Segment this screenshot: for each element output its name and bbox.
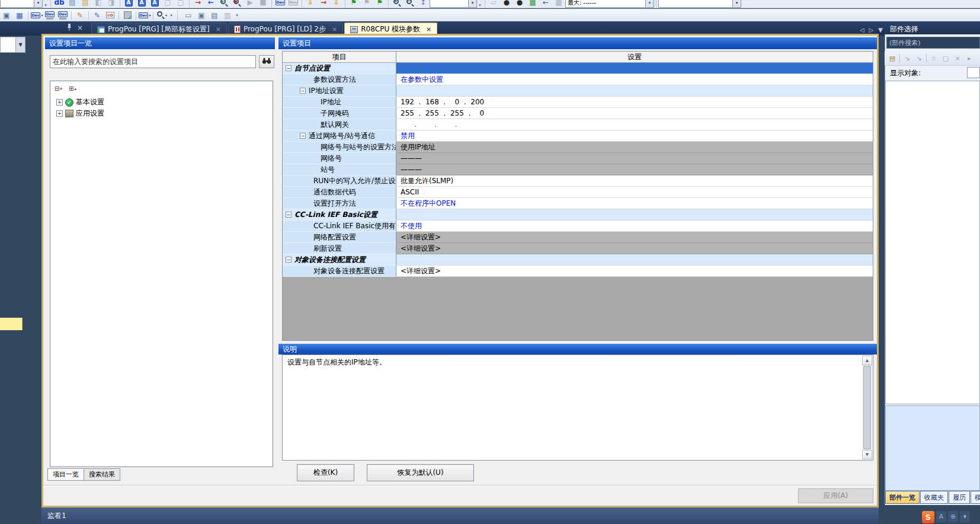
collapse-box-icon[interactable]: − [286, 257, 292, 263]
left-panel-tab-1[interactable]: 项目一览 [47, 468, 84, 481]
jump-forward-red-icon[interactable]: → [191, 0, 204, 8]
page-disabled-icon[interactable]: ▱ [487, 0, 500, 8]
tree-expand-icon[interactable]: + [56, 99, 63, 106]
jump-back-blue-icon[interactable]: ← [204, 0, 217, 8]
window-disabled2-icon[interactable]: ▢ [174, 0, 187, 8]
setting-value-cell[interactable] [396, 254, 873, 266]
device-storage-icon[interactable]: Dev [56, 10, 69, 21]
tab-menu-icon[interactable]: ▼ [878, 27, 883, 33]
setting-item-label[interactable]: 刷新设置 [283, 243, 396, 254]
setting-item-label[interactable]: 网络配置设置 [283, 232, 396, 243]
folder-new-icon[interactable]: ▢ [940, 53, 952, 63]
collapse-box-icon[interactable]: − [300, 133, 306, 139]
collapse-box-icon[interactable]: − [286, 212, 292, 218]
check-button[interactable]: 检查(K) [297, 464, 354, 481]
prev-window-icon[interactable]: ◧ [92, 0, 105, 8]
parts-tab-1[interactable]: 部件一览 [885, 491, 920, 504]
setting-item-label[interactable]: 参数设置方法 [283, 74, 396, 85]
watch-window-icon[interactable]: ▦ [13, 10, 26, 21]
paste-parts-dropdown-icon[interactable]: ↘ [901, 53, 913, 63]
setting-item-label[interactable]: 网络号与站号的设置方法 [283, 142, 396, 153]
toolbar-overflow-2[interactable]: ▾ [477, 3, 483, 8]
partial-icon[interactable]: ▸ [963, 53, 975, 63]
setting-value-cell[interactable]: 192 . 168 . 0 . 200 [396, 97, 873, 108]
zoom-in-icon[interactable]: + [390, 0, 403, 8]
setting-item-label[interactable]: −CC-Link IEF Basic设置 [283, 209, 396, 221]
close-pane-icon[interactable]: × [77, 24, 83, 32]
parts-display-icon[interactable]: ▤ [886, 53, 898, 63]
dev-badge-disabled-icon[interactable]: Dev [287, 0, 300, 8]
watch-max-combo[interactable]: 最大: ------▾ [565, 0, 654, 8]
favorites-add-icon[interactable]: ☆ [928, 53, 940, 63]
search-disabled2-icon[interactable]: ■ [257, 0, 270, 8]
parts-tab-2[interactable]: 收藏夹 [920, 491, 948, 504]
device-memory-icon[interactable]: Dev [43, 10, 56, 21]
tree-item-2[interactable]: +应用设置 [50, 108, 273, 119]
display-target-dropdown[interactable] [967, 67, 980, 78]
record-stop2-icon[interactable]: ● [513, 0, 526, 8]
setting-item-label[interactable]: 设置打开方法 [283, 198, 396, 209]
grid-disabled-icon[interactable]: ▦ [552, 0, 565, 8]
zoom-fit-icon[interactable]: ↕ [417, 0, 430, 8]
ime-symbol-icon[interactable]: ⊕ [948, 511, 958, 522]
setting-value-cell[interactable]: ——— [396, 153, 873, 164]
tab-close-icon[interactable]: × [426, 25, 431, 33]
device-find-dropdown-icon[interactable]: ▾ [155, 10, 168, 21]
back-blue-icon[interactable]: ← [539, 0, 552, 8]
sogou-logo[interactable]: S [922, 511, 934, 523]
collapse-box-icon[interactable]: − [300, 88, 306, 94]
statement-list-icon[interactable]: ▤ [208, 10, 221, 21]
toolbar-combo-4[interactable]: ▾ [658, 0, 741, 8]
setting-value-cell[interactable]: <详细设置> [396, 232, 873, 243]
setting-value-cell[interactable] [396, 63, 873, 74]
tab-scroll-left-icon[interactable]: ◁ [860, 27, 864, 33]
setting-item-label[interactable]: 网络号 [283, 153, 396, 164]
setting-value-cell[interactable]: 在参数中设置 [396, 74, 873, 85]
flag-disabled-icon[interactable]: ⚑ [360, 0, 373, 8]
paste-cancel-icon[interactable]: ↘ [913, 53, 925, 63]
delete-icon[interactable]: × [952, 53, 963, 63]
collapse-all-icon[interactable]: ⊟▾ [54, 84, 65, 93]
chevron-down-icon[interactable]: ▼ [15, 37, 25, 52]
chevron-down-icon[interactable]: ▾ [468, 0, 476, 7]
setting-item-label[interactable]: RUN中的写入允许/禁止设置 [283, 175, 396, 187]
toolbar-overflow-4[interactable]: ▾ [234, 13, 240, 18]
setting-value-cell[interactable]: 255 . 255 . 255 . 0 [396, 108, 873, 119]
setting-value-cell[interactable] [396, 85, 873, 97]
setting-item-label[interactable]: 通信数据代码 [283, 187, 396, 198]
scrollbar-thumb[interactable] [863, 366, 871, 449]
ime-mode-icon[interactable]: A [936, 511, 946, 522]
search-input[interactable] [50, 55, 256, 68]
transfer-red-icon[interactable]: → [317, 0, 330, 8]
zoom-out-icon[interactable]: − [403, 0, 417, 8]
device-comment-dropdown-icon[interactable]: Dev▾ [30, 10, 43, 21]
setting-value-cell[interactable]: 不使用 [396, 221, 873, 232]
search-button[interactable] [259, 55, 274, 68]
tab-scroll-right-icon[interactable]: ▷ [869, 27, 874, 33]
zoom-ratio-combo[interactable]: ▾ [430, 0, 477, 8]
setting-value-cell[interactable]: 禁用 [396, 130, 873, 142]
setting-value-cell[interactable]: 使用IP地址 [396, 142, 873, 153]
description-scrollbar[interactable]: ▲ ▼ [862, 356, 872, 459]
toolbar-combo-1[interactable]: ▾ [0, 0, 43, 8]
io-check-icon[interactable]: I/O [104, 10, 117, 21]
paste-page-icon[interactable]: ▤ [79, 0, 92, 8]
parts-tab-3[interactable]: 履历 [949, 491, 970, 504]
setting-item-label[interactable]: 默认网关 [283, 119, 396, 130]
toolbar-overflow-3[interactable]: ▾ [168, 13, 174, 18]
tree-item-1[interactable]: +✓基本设置 [50, 97, 273, 108]
record-stop-icon[interactable]: ● [500, 0, 513, 8]
setting-value-cell[interactable]: <详细设置> [396, 266, 873, 277]
dev-badge-icon[interactable]: Dev [274, 0, 287, 8]
inline-st-icon[interactable]: ▣ [195, 10, 208, 21]
ime-tool-icon[interactable]: ▾ [960, 511, 970, 522]
search-disabled-icon[interactable]: ▶ [244, 0, 257, 8]
tab-close-icon[interactable]: × [216, 25, 221, 33]
chevron-down-icon[interactable]: ▾ [645, 0, 654, 7]
write-to-plc-icon[interactable]: ⇩ [304, 0, 317, 8]
setting-value-cell[interactable]: ASCII [396, 187, 873, 198]
label-edit-icon[interactable]: ✎ [91, 10, 104, 21]
scroll-down-icon[interactable]: ▼ [862, 450, 872, 459]
copy-page-icon[interactable]: ▤ [66, 0, 79, 8]
setting-item-label[interactable]: −IP地址设置 [283, 85, 396, 97]
